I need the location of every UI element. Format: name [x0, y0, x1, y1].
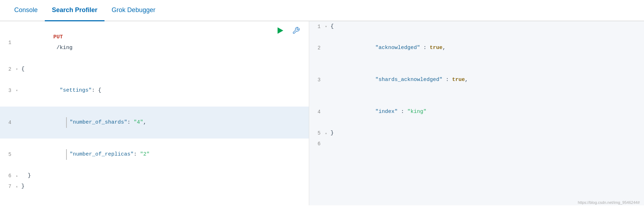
editor-line-5: 5 "number_of_replicas": "2" — [0, 139, 309, 170]
editor-line-1: 1 PUT /king — [0, 21, 309, 64]
output-line-6: 6 — [309, 139, 644, 149]
tab-search-profiler[interactable]: Search Profiler — [45, 0, 104, 21]
play-icon — [278, 27, 283, 34]
output-line-2: 2 "acknowledged" : true, — [309, 32, 644, 64]
tab-grok-debugger[interactable]: Grok Debugger — [104, 0, 162, 21]
tab-console[interactable]: Console — [7, 0, 45, 21]
code-editor-right: 1 ▾ { 2 "acknowledged" : true, 3 "shards… — [309, 21, 644, 205]
code-editor-left[interactable]: 1 PUT /king 2 ▾ { 3 ▾ "settings": { — [0, 21, 309, 205]
output-line-5: 5 ▴ } — [309, 128, 644, 139]
editor-container: 1 PUT /king 2 ▾ { 3 ▾ "settings": { — [0, 21, 644, 205]
editor-line-4: 4 "number_of_shards": "4", — [0, 107, 309, 139]
settings-button[interactable] — [290, 25, 302, 36]
editor-line-3: 3 ▾ "settings": { — [0, 75, 309, 107]
output-line-4: 4 "index" : "king" — [309, 96, 644, 128]
wrench-icon — [292, 27, 300, 34]
editor-line-7: 7 ▴ } — [0, 181, 309, 192]
right-panel: 1 ▾ { 2 "acknowledged" : true, 3 "shards… — [309, 21, 644, 205]
editor-line-2: 2 ▾ { — [0, 64, 309, 75]
tab-bar: Console Search Profiler Grok Debugger — [0, 0, 644, 21]
editor-line-6: 6 ▴ } — [0, 170, 309, 181]
output-line-3: 3 "shards_acknowledged" : true, — [309, 64, 644, 96]
output-line-1: 1 ▾ { — [309, 21, 644, 32]
run-button[interactable] — [275, 25, 286, 36]
left-panel: 1 PUT /king 2 ▾ { 3 ▾ "settings": { — [0, 21, 309, 205]
footer-url: https://blog.csdn.net/img_9546244# — [574, 199, 644, 206]
editor-toolbar — [275, 25, 302, 36]
